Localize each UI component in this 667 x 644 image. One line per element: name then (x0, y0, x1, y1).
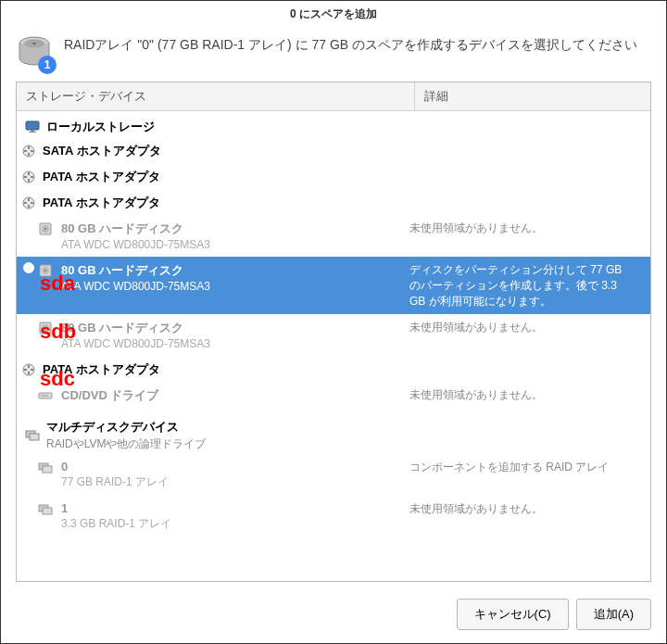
svg-point-14 (44, 270, 46, 271)
adapter-pata2[interactable]: PATA ホストアダプタ (17, 189, 650, 215)
device-cdrom[interactable]: CD/DVD ドライブ 未使用領域がありません。 (17, 382, 650, 410)
device-sub: 77 GB RAID-1 アレイ (61, 474, 169, 490)
device-sda[interactable]: 80 GB ハードディスク ATA WDC WD800JD-75MSA3 未使用… (17, 215, 650, 257)
device-list[interactable]: ローカルストレージ SATA ホストアダプタ PATA ホストアダプタ PATA… (17, 111, 650, 581)
adapter-icon (20, 169, 37, 185)
adapter-icon (20, 195, 37, 211)
svg-point-17 (44, 327, 46, 329)
add-button[interactable]: 追加(A) (576, 599, 651, 630)
adapter-icon (20, 143, 37, 159)
device-detail: コンポーネントを追加する RAID アレイ (409, 460, 643, 475)
device-model: ATA WDC WD800JD-75MSA3 (61, 337, 210, 350)
monitor-icon (24, 119, 41, 135)
device-sub: 3.3 GB RAID-1 アレイ (61, 516, 171, 532)
svg-rect-24 (43, 466, 52, 473)
svg-rect-20 (41, 395, 48, 397)
device-detail: 未使用領域がありません。 (409, 320, 643, 335)
svg-point-11 (44, 228, 46, 230)
device-model: ATA WDC WD800JD-75MSA3 (61, 238, 210, 251)
adapter-pata3[interactable]: PATA ホストアダプタ (17, 356, 650, 382)
svg-rect-3 (26, 121, 39, 130)
category-label: ローカルストレージ (46, 119, 155, 135)
category-label: マルチディスクデバイス (46, 419, 206, 436)
device-array-1[interactable]: 1 3.3 GB RAID-1 アレイ 未使用領域がありません。 (17, 496, 650, 537)
adapter-label: SATA ホストアダプタ (43, 143, 161, 159)
disk-icon (37, 320, 54, 336)
raid-icon (37, 460, 54, 476)
adapter-label: PATA ホストアダプタ (43, 361, 160, 378)
hdd-icon: 1 (16, 33, 53, 70)
adapter-icon (20, 361, 37, 378)
category-sub: RAIDやLVMや他の論理ドライブ (46, 436, 206, 452)
svg-rect-26 (43, 508, 52, 514)
window-title: 0 にスペアを追加 (1, 1, 666, 26)
dialog-header: 1 RAIDアレイ "0" (77 GB RAID-1 アレイ) に 77 GB… (1, 26, 666, 82)
adapter-sata[interactable]: SATA ホストアダプタ (17, 137, 650, 163)
device-sdc[interactable]: 80 GB ハードディスク ATA WDC WD800JD-75MSA3 未使用… (17, 314, 650, 356)
cancel-button[interactable]: キャンセル(C) (457, 599, 569, 630)
device-panel: ストレージ・デバイス 詳細 ローカルストレージ SATA ホストアダプタ PAT… (16, 82, 651, 582)
device-model: ATA WDC WD800JD-75MSA3 (61, 280, 210, 293)
svg-point-2 (32, 43, 36, 44)
multidisk-icon (24, 427, 41, 444)
disk-icon (37, 262, 54, 279)
device-title: 80 GB ハードディスク (61, 262, 210, 279)
device-title: CD/DVD ドライブ (61, 387, 158, 404)
adapter-label: PATA ホストアダプタ (43, 169, 160, 185)
svg-rect-5 (29, 132, 36, 133)
device-detail: 未使用領域がありません。 (409, 501, 643, 517)
badge-count: 1 (38, 56, 57, 74)
device-title: 80 GB ハードディスク (61, 320, 210, 336)
svg-rect-4 (31, 130, 34, 132)
column-details[interactable]: 詳細 (415, 82, 650, 111)
radio-checked[interactable] (23, 262, 34, 273)
device-title: 80 GB ハードディスク (61, 221, 210, 237)
device-title: 1 (61, 501, 171, 515)
category-multidisk: マルチディスクデバイス RAIDやLVMや他の論理ドライブ (17, 410, 650, 454)
device-array-0[interactable]: 0 77 GB RAID-1 アレイ コンポーネントを追加する RAID アレイ (17, 454, 650, 496)
device-detail: 未使用領域がありません。 (409, 221, 643, 236)
header-instruction: RAIDアレイ "0" (77 GB RAID-1 アレイ) に 77 GB の… (64, 33, 637, 55)
column-storage[interactable]: ストレージ・デバイス (17, 82, 415, 111)
disk-icon (37, 221, 54, 237)
cdrom-icon (37, 387, 54, 404)
device-title: 0 (61, 460, 169, 474)
category-local-storage: ローカルストレージ (17, 115, 650, 137)
svg-rect-22 (30, 434, 39, 440)
device-detail: 未使用領域がありません。 (409, 387, 643, 403)
adapter-pata1[interactable]: PATA ホストアダプタ (17, 163, 650, 189)
raid-icon (37, 501, 54, 518)
device-sdb[interactable]: 80 GB ハードディスク ATA WDC WD800JD-75MSA3 ディス… (17, 257, 650, 314)
adapter-label: PATA ホストアダプタ (43, 195, 160, 211)
device-detail: ディスクをパーティション分けして 77 GB のパーティションを作成します。後で… (409, 262, 643, 309)
